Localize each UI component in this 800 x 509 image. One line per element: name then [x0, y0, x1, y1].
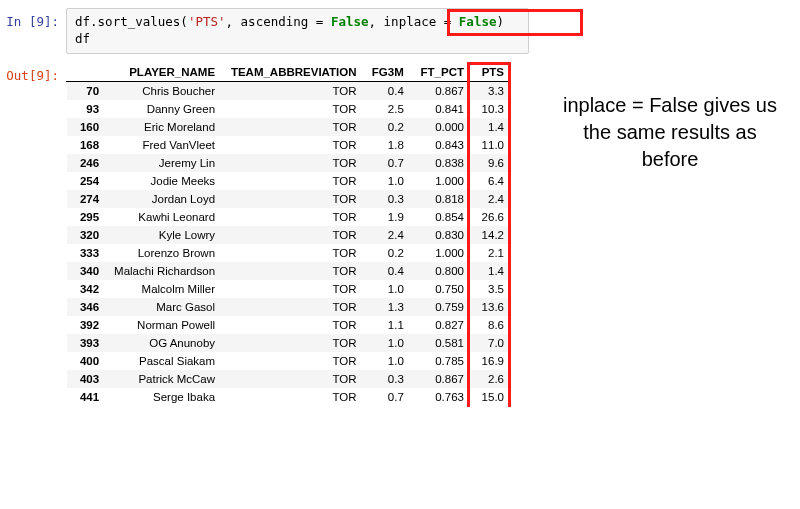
cell-team: TOR	[221, 262, 362, 280]
code-line-2: df	[75, 31, 90, 46]
cell-team: TOR	[221, 154, 362, 172]
cell-team: TOR	[221, 100, 362, 118]
cell-fg3m: 1.0	[363, 280, 410, 298]
table-row: 441Serge IbakaTOR0.70.76315.0	[67, 388, 511, 407]
cell-team: TOR	[221, 298, 362, 316]
table-row: 342Malcolm MillerTOR1.00.7503.5	[67, 280, 511, 298]
cell-ftpct: 0.581	[410, 334, 470, 352]
row-index: 295	[67, 208, 106, 226]
cell-pts: 1.4	[470, 118, 511, 136]
cell-pts: 16.9	[470, 352, 511, 370]
cell-pts: 7.0	[470, 334, 511, 352]
cell-team: TOR	[221, 244, 362, 262]
cell-team: TOR	[221, 208, 362, 226]
cell-fg3m: 2.5	[363, 100, 410, 118]
cell-ftpct: 0.838	[410, 154, 470, 172]
cell-ftpct: 0.867	[410, 81, 470, 100]
cell-player-name: Norman Powell	[105, 316, 221, 334]
cell-player-name: Danny Green	[105, 100, 221, 118]
cell-fg3m: 0.2	[363, 118, 410, 136]
cell-fg3m: 0.3	[363, 370, 410, 388]
cell-ftpct: 0.800	[410, 262, 470, 280]
index-header	[67, 62, 106, 81]
table-row: 400Pascal SiakamTOR1.00.78516.9	[67, 352, 511, 370]
col-pts: PTS	[470, 62, 511, 81]
table-row: 340Malachi RichardsonTOR0.40.8001.4	[67, 262, 511, 280]
row-index: 400	[67, 352, 106, 370]
cell-player-name: Fred VanVleet	[105, 136, 221, 154]
cell-ftpct: 0.785	[410, 352, 470, 370]
row-index: 346	[67, 298, 106, 316]
cell-ftpct: 0.759	[410, 298, 470, 316]
cell-team: TOR	[221, 136, 362, 154]
row-index: 70	[67, 81, 106, 100]
cell-fg3m: 1.9	[363, 208, 410, 226]
table-row: 333Lorenzo BrownTOR0.21.0002.1	[67, 244, 511, 262]
cell-pts: 8.6	[470, 316, 511, 334]
table-row: 274Jordan LoydTOR0.30.8182.4	[67, 190, 511, 208]
row-index: 340	[67, 262, 106, 280]
cell-fg3m: 1.8	[363, 136, 410, 154]
cell-fg3m: 1.0	[363, 352, 410, 370]
cell-pts: 11.0	[470, 136, 511, 154]
table-row: 160Eric MorelandTOR0.20.0001.4	[67, 118, 511, 136]
code-input[interactable]: df.sort_values('PTS', ascending = False,…	[66, 8, 529, 54]
row-index: 93	[67, 100, 106, 118]
cell-ftpct: 0.854	[410, 208, 470, 226]
cell-player-name: Serge Ibaka	[105, 388, 221, 407]
row-index: 392	[67, 316, 106, 334]
cell-ftpct: 0.843	[410, 136, 470, 154]
row-index: 342	[67, 280, 106, 298]
cell-team: TOR	[221, 172, 362, 190]
input-cell: In [9]: df.sort_values('PTS', ascending …	[4, 8, 800, 54]
cell-ftpct: 0.000	[410, 118, 470, 136]
cell-team: TOR	[221, 280, 362, 298]
cell-fg3m: 1.3	[363, 298, 410, 316]
row-index: 246	[67, 154, 106, 172]
cell-player-name: Lorenzo Brown	[105, 244, 221, 262]
cell-pts: 10.3	[470, 100, 511, 118]
cell-fg3m: 0.2	[363, 244, 410, 262]
table-row: 403Patrick McCawTOR0.30.8672.6	[67, 370, 511, 388]
cell-pts: 2.1	[470, 244, 511, 262]
cell-fg3m: 1.0	[363, 334, 410, 352]
col-player-name: PLAYER_NAME	[105, 62, 221, 81]
col-fg3m: FG3M	[363, 62, 410, 81]
table-row: 320Kyle LowryTOR2.40.83014.2	[67, 226, 511, 244]
cell-ftpct: 0.763	[410, 388, 470, 407]
output-table-wrap: PLAYER_NAME TEAM_ABBREVIATION FG3M FT_PC…	[66, 62, 511, 407]
cell-player-name: Marc Gasol	[105, 298, 221, 316]
cell-pts: 14.2	[470, 226, 511, 244]
col-team-abbrev: TEAM_ABBREVIATION	[221, 62, 362, 81]
cell-pts: 6.4	[470, 172, 511, 190]
cell-player-name: Jodie Meeks	[105, 172, 221, 190]
cell-player-name: Malachi Richardson	[105, 262, 221, 280]
input-prompt: In [9]:	[4, 8, 66, 29]
table-row: 168Fred VanVleetTOR1.80.84311.0	[67, 136, 511, 154]
cell-team: TOR	[221, 316, 362, 334]
row-index: 393	[67, 334, 106, 352]
cell-pts: 9.6	[470, 154, 511, 172]
cell-fg3m: 1.0	[363, 172, 410, 190]
table-row: 254Jodie MeeksTOR1.01.0006.4	[67, 172, 511, 190]
cell-team: TOR	[221, 118, 362, 136]
table-row: 295Kawhi LeonardTOR1.90.85426.6	[67, 208, 511, 226]
table-row: 93Danny GreenTOR2.50.84110.3	[67, 100, 511, 118]
cell-pts: 26.6	[470, 208, 511, 226]
annotation-text: inplace = False gives us the same result…	[560, 92, 780, 173]
table-row: 393OG AnunobyTOR1.00.5817.0	[67, 334, 511, 352]
cell-pts: 1.4	[470, 262, 511, 280]
cell-team: TOR	[221, 81, 362, 100]
header-row: PLAYER_NAME TEAM_ABBREVIATION FG3M FT_PC…	[67, 62, 511, 81]
row-index: 333	[67, 244, 106, 262]
row-index: 274	[67, 190, 106, 208]
cell-player-name: Chris Boucher	[105, 81, 221, 100]
row-index: 254	[67, 172, 106, 190]
cell-team: TOR	[221, 226, 362, 244]
dataframe-table: PLAYER_NAME TEAM_ABBREVIATION FG3M FT_PC…	[66, 62, 511, 407]
cell-player-name: Jeremy Lin	[105, 154, 221, 172]
cell-ftpct: 1.000	[410, 244, 470, 262]
cell-player-name: OG Anunoby	[105, 334, 221, 352]
cell-pts: 2.6	[470, 370, 511, 388]
cell-pts: 3.5	[470, 280, 511, 298]
